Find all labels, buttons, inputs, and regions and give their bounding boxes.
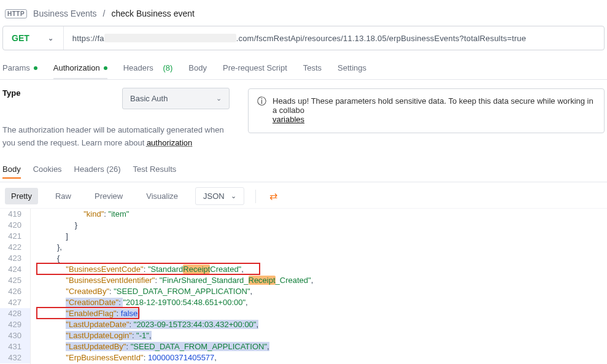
code-line: 427 "CreationDate": "2018-12-19T00:54:48… <box>0 297 607 308</box>
tab-tests[interactable]: Tests <box>303 58 322 79</box>
resp-tab-testresults[interactable]: Test Results <box>133 165 177 179</box>
response-view-bar: Pretty Raw Preview Visualize JSON⌄ ⇄ <box>0 182 607 209</box>
info-icon: ⓘ <box>257 96 266 106</box>
auth-type-select[interactable]: Basic Auth ⌄ <box>122 88 230 109</box>
wrap-icon[interactable]: ⇄ <box>267 188 280 204</box>
http-badge-icon: HTTP <box>5 9 27 18</box>
tab-headers[interactable]: Headers (8) <box>123 58 173 79</box>
auth-helper-text: The authorization header will be automat… <box>2 124 236 150</box>
chevron-down-icon: ⌄ <box>231 192 236 200</box>
request-bar: GET ⌄ https://fa .com/fscmRestApi/resour… <box>2 26 605 50</box>
url-input[interactable]: https://fa .com/fscmRestApi/resources/11… <box>64 34 604 43</box>
tab-params[interactable]: Params <box>2 58 37 79</box>
method-select[interactable]: GET ⌄ <box>3 26 64 50</box>
code-line: 420 } <box>0 220 607 231</box>
code-line: 426 "CreatedBy": "SEED_DATA_FROM_APPLICA… <box>0 286 607 297</box>
url-blurred <box>104 34 236 42</box>
view-preview[interactable]: Preview <box>88 188 129 204</box>
authorization-link[interactable]: authorization <box>147 138 192 147</box>
divider <box>255 190 256 203</box>
resp-tab-headers[interactable]: Headers (26) <box>74 165 121 179</box>
code-line: 424 "BusinessEventCode": "StandardReceip… <box>0 264 607 275</box>
tab-settings[interactable]: Settings <box>338 58 366 79</box>
resp-tab-body[interactable]: Body <box>2 165 21 179</box>
code-line: 422 }, <box>0 242 607 253</box>
breadcrumb-sep: / <box>103 9 106 18</box>
code-line: 431 "LastUpdatedBy": "SEED_DATA_FROM_APP… <box>0 341 607 352</box>
view-raw[interactable]: Raw <box>49 188 77 204</box>
breadcrumb-current: check Business event <box>112 9 195 18</box>
code-line: 425 "BusinessEventIdentifier": "FinArSha… <box>0 275 607 286</box>
dot-icon <box>104 66 107 70</box>
code-line: 430 "LastUpdateLogin": "-1", <box>0 330 607 341</box>
breadcrumb: HTTP Business Events / check Business ev… <box>0 0 607 26</box>
tab-prerequest[interactable]: Pre-request Script <box>223 58 287 79</box>
chevron-down-icon: ⌄ <box>216 95 222 103</box>
response-body[interactable]: 419 "kind": "item"420 }421 ]422 },423 {4… <box>0 209 607 364</box>
breadcrumb-parent[interactable]: Business Events <box>33 9 97 18</box>
request-tabs: Params Authorization Headers (8) Body Pr… <box>0 58 607 80</box>
code-line: 432 "ErpBusinessEventId": 10000037140557… <box>0 352 607 363</box>
tab-authorization[interactable]: Authorization <box>53 58 107 79</box>
format-select[interactable]: JSON⌄ <box>195 187 244 205</box>
code-line: 419 "kind": "item" <box>0 209 607 220</box>
chevron-down-icon: ⌄ <box>48 34 53 42</box>
auth-panel: Type Basic Auth ⌄ The authorization head… <box>0 80 607 156</box>
dot-icon <box>34 66 37 70</box>
url-pre: https://fa <box>72 34 104 43</box>
response-tabs: Body Cookies Headers (26) Test Results <box>0 162 607 182</box>
variables-link[interactable]: variables <box>273 115 304 124</box>
code-line: 421 ] <box>0 231 607 242</box>
code-line: 429 "LastUpdateDate": "2023-09-15T23:44:… <box>0 319 607 330</box>
url-post: .com/fscmRestApi/resources/11.13.18.05/e… <box>236 34 527 43</box>
method-value: GET <box>12 33 29 43</box>
view-pretty[interactable]: Pretty <box>5 188 38 204</box>
code-line: 423 { <box>0 253 607 264</box>
resp-tab-cookies[interactable]: Cookies <box>33 165 62 179</box>
auth-banner: ⓘ Heads up! These parameters hold sensit… <box>248 88 605 133</box>
code-line: 428 "EnabledFlag": false, <box>0 308 607 319</box>
tab-body[interactable]: Body <box>188 58 207 79</box>
view-visualize[interactable]: Visualize <box>140 188 184 204</box>
